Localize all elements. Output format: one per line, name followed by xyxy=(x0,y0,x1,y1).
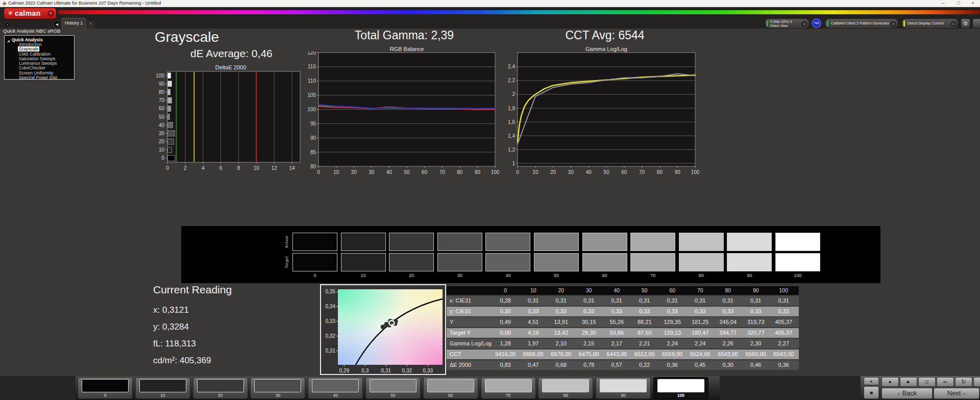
calman-logo-button[interactable]: ✳ calman ▼ xyxy=(4,8,56,19)
pattern-patch-60[interactable]: 60 xyxy=(423,377,478,399)
table-cell: 0,31 xyxy=(687,296,715,306)
target-swatch-90 xyxy=(727,253,772,271)
patch-label: 80 xyxy=(538,393,593,398)
patch-label: 40 xyxy=(308,393,362,398)
svg-text:50: 50 xyxy=(404,169,410,175)
tab-add-button[interactable]: + xyxy=(86,20,95,29)
transport-pattern-button[interactable]: ◫ xyxy=(918,377,936,387)
header-more-button[interactable] xyxy=(972,18,980,29)
close-button[interactable]: × xyxy=(967,0,979,7)
actual-swatch-80 xyxy=(679,233,724,251)
tab-history-1[interactable]: History 1 xyxy=(62,18,86,29)
total-gamma-value: Total Gamma: 2,39 xyxy=(328,29,481,42)
svg-text:0: 0 xyxy=(317,169,320,175)
display-dropdown-chevron-icon[interactable]: ▼ xyxy=(950,21,957,27)
transport-play-button[interactable]: ▶ xyxy=(900,377,917,387)
table-cell: 2,15 xyxy=(575,339,603,348)
table-cell: 319,73 xyxy=(742,317,770,327)
tree-root-quick-analysis[interactable]: ◢ Quick Analysis xyxy=(5,37,74,42)
transport-continuous-button[interactable]: ∞ xyxy=(937,377,954,387)
minimize-button[interactable]: – xyxy=(937,0,949,7)
logo-menu-chevron-icon[interactable]: ▼ xyxy=(47,10,54,17)
sidebar-collapse-button[interactable]: ◀ xyxy=(53,20,61,28)
table-cell: 405,37 xyxy=(770,328,798,338)
workflow-record-button[interactable] xyxy=(4,21,11,28)
pattern-patch-90[interactable]: 90 xyxy=(596,377,651,399)
meter-mode-badge[interactable]: 710 xyxy=(812,18,821,28)
table-cell: 1,28 xyxy=(492,339,520,348)
tree-expand-icon[interactable]: ◢ xyxy=(7,38,10,43)
meter-dropdown-chevron-icon[interactable]: ▼ xyxy=(801,21,807,27)
settings-gear-button[interactable]: ⚙ xyxy=(961,18,970,29)
table-cell: 2,21 xyxy=(631,339,659,348)
pattern-patch-30[interactable]: 30 xyxy=(250,377,305,399)
sidebar-item-spectral-power-dist[interactable]: Spectral Power Dist. xyxy=(5,76,74,80)
table-header-cell: 50 xyxy=(631,286,659,295)
svg-text:60: 60 xyxy=(621,169,627,175)
pattern-patch-20[interactable]: 20 xyxy=(193,377,248,399)
table-cell: 0,33 xyxy=(547,307,575,316)
svg-text:100: 100 xyxy=(691,169,700,175)
swatch-level-label: 90 xyxy=(722,273,777,278)
pattern-patch-50[interactable]: 50 xyxy=(365,377,421,399)
sidebar-item-introduction[interactable]: Introduction xyxy=(5,42,74,47)
swatch-level-label: 50 xyxy=(529,273,584,278)
pattern-patch-0[interactable]: 0 xyxy=(78,377,133,399)
back-button[interactable]: « Back xyxy=(881,388,933,399)
table-cell: 0,49 xyxy=(492,317,520,327)
pattern-patch-100[interactable]: 100 xyxy=(653,377,708,399)
actual-swatch-70 xyxy=(630,233,675,251)
restore-button[interactable]: □ xyxy=(952,0,965,7)
svg-text:0: 0 xyxy=(161,155,164,161)
next-button[interactable]: Next » xyxy=(934,388,979,399)
table-cell: 0,31 xyxy=(770,296,798,306)
window-pattern-button[interactable]: ■ xyxy=(864,386,879,399)
calman-window: Calman 2022 Calman Ultimate for Business… xyxy=(0,0,980,400)
display-status-accent xyxy=(903,20,905,27)
pattern-patch-80[interactable]: 80 xyxy=(538,377,593,399)
table-cell: 2,26 xyxy=(714,339,742,348)
de-average-value: dE Average: 0,46 xyxy=(190,47,273,60)
table-cell: 0,22 xyxy=(631,360,659,370)
actual-swatch-40 xyxy=(485,233,530,251)
table-cell: 2,10 xyxy=(547,339,575,348)
target-swatch-40 xyxy=(485,253,530,271)
table-cell: 0,57 xyxy=(603,360,631,370)
table-cell: 30,15 xyxy=(575,317,603,327)
swatch-level-label: 60 xyxy=(577,273,632,278)
pattern-dropdown-chevron-icon[interactable]: ▼ xyxy=(890,21,896,27)
table-cell: 9416,00 xyxy=(492,349,520,359)
svg-text:100: 100 xyxy=(156,73,164,79)
meter-device-button[interactable]: X-Rite i1Pro 3Direct View ▼ xyxy=(765,18,810,29)
table-cell: 0,31 xyxy=(658,296,687,306)
pattern-patch-40[interactable]: 40 xyxy=(308,377,363,399)
pattern-generator-button[interactable]: CalMAN Client 3 Pattern Generator ▼ xyxy=(825,18,898,29)
table-cell: 129,13 xyxy=(658,328,687,338)
display-control-button[interactable]: Direct Display Control ▼ xyxy=(901,18,959,29)
svg-text:50: 50 xyxy=(603,169,609,175)
pattern-patch-70[interactable]: 70 xyxy=(481,377,536,399)
actual-swatch-10 xyxy=(341,233,386,251)
table-header-cell: 30 xyxy=(575,286,603,295)
table-cell: 6543,00 xyxy=(714,349,742,359)
swatch-level-label: 0 xyxy=(287,273,342,278)
table-cell: 87,50 xyxy=(631,328,659,338)
transport-more-button[interactable] xyxy=(973,377,980,387)
svg-text:115: 115 xyxy=(308,64,316,69)
table-cell: 0,31 xyxy=(714,296,742,306)
display-control-label: Direct Display Control xyxy=(908,19,944,28)
table-cell: 6443,00 xyxy=(603,349,631,359)
swatch-level-label: 10 xyxy=(336,273,391,278)
pattern-generator-label: CalMAN Client 3 Pattern Generator xyxy=(831,19,889,28)
table-row-label: y: CIE31 xyxy=(447,307,492,316)
table-cell: 0,78 xyxy=(575,360,603,370)
transport-stop-button[interactable]: ■ xyxy=(881,377,899,387)
table-cell: 6524,00 xyxy=(687,349,715,359)
pattern-patch-10[interactable]: 10 xyxy=(135,377,190,399)
patch-chip xyxy=(600,379,647,392)
table-cell: 0,33 xyxy=(631,307,659,316)
strip-collapse-button[interactable]: ▲ xyxy=(864,377,879,385)
transport-refresh-button[interactable]: ↻ xyxy=(955,377,972,387)
swatch-level-label: 40 xyxy=(480,273,535,278)
meter-status-accent xyxy=(767,20,768,27)
